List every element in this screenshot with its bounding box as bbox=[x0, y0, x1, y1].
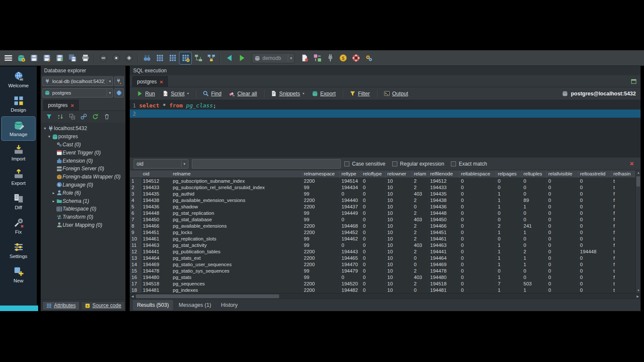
row-number-cell[interactable]: 13 bbox=[130, 255, 141, 261]
scroll-down-icon[interactable]: ▼ bbox=[636, 288, 641, 293]
cell-relfilenode[interactable]: 194436 bbox=[428, 204, 459, 210]
cell-reltype[interactable]: 194470 bbox=[340, 261, 361, 268]
cell-reltoastrelid[interactable]: 0 bbox=[578, 287, 611, 294]
tree-item-localhost-5432[interactable]: ▾localhost:5432 bbox=[41, 125, 125, 133]
cell-reltablespace[interactable]: 0 bbox=[459, 255, 496, 261]
cell-reloftype[interactable]: 0 bbox=[361, 223, 385, 229]
cell-relallvisible[interactable]: 0 bbox=[546, 249, 578, 255]
cell-relpages[interactable]: 1 bbox=[496, 197, 522, 204]
cell-relowner[interactable]: 10 bbox=[385, 255, 412, 261]
column-header-reltuples[interactable]: reltuples bbox=[522, 170, 546, 178]
tree-item-tablespace[interactable]: Tablespace (0) bbox=[41, 205, 125, 213]
support-button[interactable] bbox=[350, 52, 362, 64]
cell-relpages[interactable]: 1 bbox=[496, 191, 522, 197]
cell-relname[interactable]: pg_available_extensions bbox=[171, 223, 302, 229]
row-number-cell[interactable]: 2 bbox=[130, 184, 141, 191]
cell-reltoastrelid[interactable]: 0 bbox=[578, 204, 611, 210]
cell-reltype[interactable]: 0 bbox=[340, 191, 361, 197]
cell-reltype[interactable]: 194465 bbox=[340, 255, 361, 261]
cell-reltoastrelid[interactable]: 0 bbox=[578, 255, 611, 261]
editor-line-2[interactable]: 2 bbox=[130, 110, 641, 118]
cell-relowner[interactable]: 10 bbox=[385, 191, 412, 197]
checkbox-box[interactable] bbox=[344, 161, 349, 166]
horizontal-scrollbar[interactable]: ◀ ▶ bbox=[130, 293, 641, 299]
scroll-right-icon[interactable]: ▶ bbox=[635, 294, 641, 299]
cell-relallvisible[interactable]: 0 bbox=[546, 184, 578, 191]
table-row[interactable]: 9194451pg_locks2200194452010219445101100… bbox=[130, 229, 635, 236]
cell-relfilenode[interactable]: 194464 bbox=[428, 255, 459, 261]
cell-reltuples[interactable]: 0 bbox=[522, 268, 546, 274]
cell-relname[interactable]: pg_shadow bbox=[171, 204, 302, 210]
cell-relpages[interactable]: 0 bbox=[496, 236, 522, 242]
link-with-editor-button[interactable] bbox=[79, 113, 88, 121]
tree-item-role[interactable]: ▸Role (6) bbox=[41, 189, 125, 197]
cell-reltoastrelid[interactable]: 0 bbox=[578, 268, 611, 274]
cell-reltablespace[interactable]: 0 bbox=[459, 274, 496, 281]
search-button[interactable] bbox=[141, 52, 153, 64]
cell-relowner[interactable]: 10 bbox=[385, 268, 412, 274]
clear-all-button[interactable]: Clear all bbox=[226, 89, 260, 98]
cell-relam[interactable]: 0 bbox=[412, 255, 428, 261]
cell-relname[interactable]: pg_subscription_rel_srrelid_srsubid_inde… bbox=[171, 184, 302, 191]
sidebar-item-fix[interactable]: Fix bbox=[2, 214, 35, 238]
table-row[interactable]: 13194464pg_stats_ext22001944650100194464… bbox=[130, 255, 635, 261]
new-sql-script-button[interactable] bbox=[298, 52, 310, 64]
row-number-cell[interactable]: 3 bbox=[130, 191, 141, 197]
cell-relam[interactable]: 2 bbox=[412, 229, 428, 236]
cell-reltoastrelid[interactable]: 0 bbox=[578, 197, 611, 204]
cell-relam[interactable]: 403 bbox=[412, 191, 428, 197]
row-number-cell[interactable]: 5 bbox=[130, 204, 141, 210]
cell-reltuples[interactable]: 1 bbox=[522, 204, 546, 210]
row-number-cell[interactable]: 14 bbox=[130, 261, 141, 268]
column-header-relpages[interactable]: relpages bbox=[496, 170, 522, 178]
cell-reltablespace[interactable]: 0 bbox=[459, 217, 496, 223]
cell-reltablespace[interactable]: 0 bbox=[459, 268, 496, 274]
explorer-tab-postgres[interactable]: postgres × bbox=[43, 100, 79, 110]
cell-relname[interactable]: pg_statio_user_sequences bbox=[171, 261, 302, 268]
cell-relpages[interactable]: 1 bbox=[496, 261, 522, 268]
cell-relhasin[interactable]: t bbox=[611, 268, 635, 274]
cell-relowner[interactable]: 10 bbox=[385, 229, 412, 236]
cell-relhasin[interactable]: f bbox=[611, 261, 635, 268]
cell-reltuples[interactable]: 0 bbox=[522, 236, 546, 242]
cell-relpages[interactable]: 7 bbox=[496, 281, 522, 287]
cell-reltype[interactable]: 194449 bbox=[340, 210, 361, 217]
cell-reltuples[interactable]: 0 bbox=[522, 184, 546, 191]
row-number-cell[interactable]: 11 bbox=[130, 242, 141, 249]
cell-relam[interactable]: 2 bbox=[412, 236, 428, 242]
cell-reloftype[interactable]: 0 bbox=[361, 229, 385, 236]
scroll-left-icon[interactable]: ◀ bbox=[130, 294, 135, 299]
cell-relnamespace[interactable]: 2200 bbox=[302, 229, 340, 236]
database-selector[interactable]: postgres ▾ bbox=[42, 88, 113, 98]
table-row[interactable]: 5194436pg_shadow220019443701001944360110… bbox=[130, 204, 635, 210]
column-header-reltype[interactable]: reltype bbox=[340, 170, 361, 178]
cell-reltoastrelid[interactable]: 0 bbox=[578, 236, 611, 242]
column-header-relam[interactable]: relam bbox=[412, 170, 428, 178]
table-row[interactable]: 3194435pg_authid99001040319443501000f bbox=[130, 191, 635, 197]
cell-reloftype[interactable]: 0 bbox=[361, 255, 385, 261]
cell-relhasin[interactable]: t bbox=[611, 287, 635, 294]
save-button[interactable] bbox=[28, 52, 40, 64]
cell-reloftype[interactable]: 0 bbox=[361, 178, 385, 184]
snippets-button[interactable]: Snippets▾ bbox=[268, 89, 307, 98]
cell-reltoastrelid[interactable]: 0 bbox=[578, 229, 611, 236]
cell-relfilenode[interactable]: 194512 bbox=[428, 178, 459, 184]
sql-tab-postgres[interactable]: postgres × bbox=[132, 76, 168, 87]
cell-relpages[interactable]: 0 bbox=[496, 217, 522, 223]
print-button[interactable] bbox=[79, 52, 91, 64]
filter-column-selector[interactable]: oid ▾ bbox=[134, 159, 188, 169]
cell-reltype[interactable]: 0 bbox=[340, 217, 361, 223]
cell-relfilenode[interactable]: 194451 bbox=[428, 229, 459, 236]
cell-relnamespace[interactable]: 99 bbox=[302, 242, 340, 249]
cell-relnamespace[interactable]: 2200 bbox=[302, 249, 340, 255]
cell-oid[interactable]: 194461 bbox=[141, 236, 171, 242]
database-selector-toolbar[interactable]: demodb▾ bbox=[252, 53, 295, 63]
cell-relam[interactable]: 2 bbox=[412, 210, 428, 217]
cell-relhasin[interactable]: t bbox=[611, 178, 635, 184]
tree-item-foreign-server[interactable]: Foreign Server (0) bbox=[41, 165, 125, 173]
cell-relallvisible[interactable]: 0 bbox=[546, 242, 578, 249]
cell-relnamespace[interactable]: 2200 bbox=[302, 281, 340, 287]
edit-connection-button[interactable] bbox=[114, 77, 124, 86]
cell-reltuples[interactable]: 241 bbox=[522, 223, 546, 229]
cell-reltablespace[interactable]: 0 bbox=[459, 197, 496, 204]
